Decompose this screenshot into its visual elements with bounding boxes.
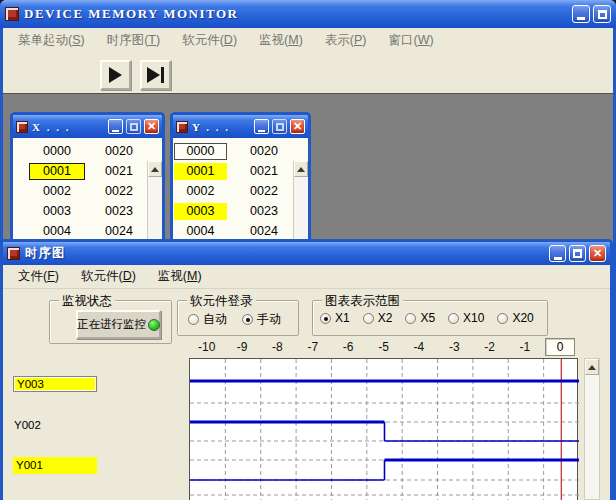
close-icon: ✕	[593, 248, 602, 259]
device-cell[interactable]: 0022	[91, 183, 147, 200]
menu-item-display[interactable]: 表示(P)	[314, 29, 378, 52]
device-cell[interactable]: 0020	[239, 143, 289, 160]
app-icon	[7, 247, 20, 260]
chart-time-axis: 0 -10-9-8-7-6-5-4-3-2-1	[189, 338, 578, 358]
x-window-scrollbar[interactable]	[147, 161, 162, 240]
device-cell[interactable]: 0021	[239, 163, 289, 180]
minimize-button[interactable]	[254, 119, 269, 134]
minimize-button[interactable]	[549, 245, 566, 262]
close-button[interactable]: ✕	[144, 119, 159, 134]
run-button[interactable]	[100, 60, 131, 90]
axis-tick-label: -3	[449, 340, 460, 354]
device-cell[interactable]: 0003	[174, 203, 227, 220]
group-label: 软元件登录	[187, 293, 256, 310]
maximize-icon	[598, 10, 607, 19]
y-window-title: Y . . .	[192, 121, 230, 133]
monitoring-status-button[interactable]: 正在进行监控	[76, 310, 161, 339]
device-cell[interactable]: 0001	[174, 163, 227, 180]
y-window-titlebar: Y . . . ✕	[173, 115, 308, 138]
menu-item-file[interactable]: 文件(F)	[7, 265, 70, 288]
y-device-window: Y . . . ✕ 000000200001002100020022000300…	[170, 112, 311, 240]
menu-item-device[interactable]: 软元件(D)	[171, 29, 248, 52]
axis-tick-label: -9	[237, 340, 248, 354]
radio-icon	[320, 313, 331, 324]
app-icon	[5, 7, 19, 21]
device-cell[interactable]: 0004	[174, 223, 227, 240]
menu-item-monitor[interactable]: 监视(M)	[147, 265, 213, 288]
scroll-up-button[interactable]	[585, 359, 599, 375]
device-cell[interactable]: 0003	[29, 203, 85, 220]
minimize-icon	[112, 130, 119, 132]
axis-tick-label: -6	[343, 340, 354, 354]
device-cell[interactable]: 0023	[91, 203, 147, 220]
axis-tick-label: -4	[414, 340, 425, 354]
device-cell[interactable]: 0023	[239, 203, 289, 220]
group-label: 监视状态	[59, 293, 115, 310]
minimize-icon	[258, 130, 265, 132]
minimize-button[interactable]	[572, 5, 590, 23]
maximize-button[interactable]	[593, 5, 611, 23]
menu-item-timing-chart[interactable]: 时序图(T)	[96, 29, 171, 52]
signal-label-y002[interactable]: Y002	[14, 419, 41, 431]
signal-label-y003[interactable]: Y003	[13, 376, 97, 392]
maximize-button[interactable]	[126, 119, 141, 134]
device-cell[interactable]: 0000	[174, 143, 227, 160]
app-icon	[176, 121, 188, 133]
radio-x20[interactable]: X20	[497, 311, 533, 325]
device-cell[interactable]: 0002	[29, 183, 85, 200]
radio-icon	[497, 313, 508, 324]
minimize-button[interactable]	[108, 119, 123, 134]
timing-chart-svg	[190, 359, 579, 500]
close-button[interactable]: ✕	[290, 119, 305, 134]
maximize-icon	[130, 123, 138, 131]
radio-manual[interactable]: 手动	[242, 311, 281, 328]
scroll-up-icon	[588, 365, 596, 370]
step-button[interactable]	[140, 60, 171, 90]
signal-label-y001[interactable]: Y001	[13, 457, 97, 474]
device-cell[interactable]: 0024	[91, 223, 147, 240]
menu-item-monitor[interactable]: 监视(M)	[248, 29, 314, 52]
device-cell[interactable]: 0002	[174, 183, 227, 200]
device-cell[interactable]: 0021	[91, 163, 147, 180]
radio-x10[interactable]: X10	[448, 311, 484, 325]
maximize-button[interactable]	[569, 245, 586, 262]
radio-x5[interactable]: X5	[405, 311, 435, 325]
table-row: 00040024	[13, 221, 147, 240]
x-window-titlebar: X . . . ✕	[13, 115, 162, 138]
radio-auto[interactable]: 自动	[188, 311, 227, 328]
table-row: 00040024	[173, 221, 293, 240]
maximize-button[interactable]	[272, 119, 287, 134]
table-row: 00030023	[173, 201, 293, 221]
radio-icon	[448, 313, 459, 324]
menu-item-start[interactable]: 菜单起动(S)	[7, 29, 96, 52]
chart-scrollbar[interactable]	[584, 358, 600, 500]
close-icon: ✕	[293, 121, 302, 132]
timing-chart-window: 时序图 ✕ 文件(F) 软元件(D) 监视(M) 监视状态 正在进行监控 软元件…	[0, 239, 613, 500]
status-led-icon	[148, 319, 160, 331]
y-window-scrollbar[interactable]	[293, 161, 308, 240]
app-icon	[16, 121, 28, 133]
menu-item-window[interactable]: 窗口(W)	[378, 29, 445, 52]
radio-x2[interactable]: X2	[363, 311, 393, 325]
scroll-up-button[interactable]	[148, 161, 162, 177]
device-cell[interactable]: 0000	[29, 143, 85, 160]
device-cell[interactable]: 0001	[29, 163, 85, 180]
table-row: 00030023	[13, 201, 147, 221]
device-cell[interactable]: 0024	[239, 223, 289, 240]
play-to-end-icon	[147, 67, 160, 83]
device-cell[interactable]: 0020	[91, 143, 147, 160]
table-row: 00020022	[13, 181, 147, 201]
radio-x1[interactable]: X1	[320, 311, 350, 325]
close-icon: ✕	[147, 121, 156, 132]
menu-item-device[interactable]: 软元件(D)	[70, 265, 147, 288]
timing-window-title: 时序图	[25, 245, 66, 262]
group-label: 图表表示范围	[322, 293, 403, 310]
device-cell[interactable]: 0004	[29, 223, 85, 240]
main-window-titlebar: DEVICE MEMORY MONITOR	[0, 0, 616, 28]
device-cell[interactable]: 0022	[239, 183, 289, 200]
cursor-time-field[interactable]: 0	[545, 338, 575, 356]
play-icon	[109, 67, 122, 83]
close-button[interactable]: ✕	[589, 245, 606, 262]
device-register-group: 软元件登录 自动 手动	[177, 300, 299, 336]
scroll-up-button[interactable]	[294, 161, 308, 177]
